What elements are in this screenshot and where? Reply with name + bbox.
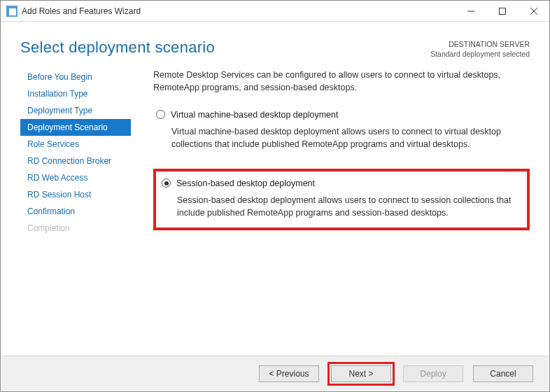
vm-option-header[interactable]: Virtual machine-based desktop deployment bbox=[156, 108, 527, 121]
vm-option-label: Virtual machine-based desktop deployment bbox=[171, 108, 339, 121]
session-option-radio[interactable] bbox=[162, 178, 171, 188]
sidebar-item-deployment-scenario[interactable]: Deployment Scenario bbox=[20, 119, 131, 136]
vm-option-group: Virtual machine-based desktop deployment… bbox=[153, 106, 530, 156]
footer-bar: < Previous Next > Deploy Cancel bbox=[1, 356, 549, 391]
session-option-header[interactable]: Session-based desktop deployment bbox=[162, 177, 521, 190]
cancel-button[interactable]: Cancel bbox=[473, 365, 533, 382]
sidebar-item-rd-connection-broker[interactable]: RD Connection Broker bbox=[20, 153, 131, 169]
vm-option-radio[interactable] bbox=[156, 110, 165, 119]
maximize-button[interactable] bbox=[486, 1, 518, 21]
sidebar-item-completion: Completion bbox=[20, 220, 131, 237]
svg-rect-1 bbox=[499, 8, 505, 14]
previous-button[interactable]: < Previous bbox=[259, 365, 319, 382]
content-area: Before You BeginInstallation TypeDeploym… bbox=[1, 66, 549, 243]
app-icon bbox=[6, 6, 17, 17]
deploy-button: Deploy bbox=[403, 365, 463, 382]
titlebar: Add Roles and Features Wizard bbox=[1, 1, 549, 22]
sidebar-item-role-services[interactable]: Role Services bbox=[20, 136, 131, 153]
next-button[interactable]: Next > bbox=[331, 365, 391, 382]
window-title: Add Roles and Features Wizard bbox=[22, 6, 455, 16]
sidebar-item-installation-type[interactable]: Installation Type bbox=[20, 85, 131, 102]
session-option-label: Session-based desktop deployment bbox=[176, 177, 315, 190]
minimize-button[interactable] bbox=[455, 1, 486, 21]
sidebar-item-deployment-type[interactable]: Deployment Type bbox=[20, 102, 131, 119]
vm-option-description: Virtual machine-based desktop deployment… bbox=[171, 125, 527, 150]
destination-label: DESTINATION SERVER bbox=[430, 40, 530, 50]
close-button[interactable] bbox=[518, 1, 549, 21]
page-title: Select deployment scenario bbox=[20, 38, 215, 57]
intro-text: Remote Desktop Services can be configure… bbox=[153, 69, 530, 94]
main-content: Remote Desktop Services can be configure… bbox=[131, 66, 549, 243]
sidebar-item-rd-web-access[interactable]: RD Web Access bbox=[20, 169, 131, 186]
sidebar-item-rd-session-host[interactable]: RD Session Host bbox=[20, 186, 131, 203]
destination-server-info: DESTINATION SERVER Standard deployment s… bbox=[430, 40, 530, 59]
window-controls bbox=[455, 1, 549, 21]
sidebar-item-confirmation[interactable]: Confirmation bbox=[20, 203, 131, 220]
sidebar-item-before-you-begin[interactable]: Before You Begin bbox=[20, 69, 131, 85]
destination-value: Standard deployment selected bbox=[430, 50, 530, 59]
sidebar-nav: Before You BeginInstallation TypeDeploym… bbox=[20, 69, 131, 243]
header: Select deployment scenario DESTINATION S… bbox=[1, 22, 549, 66]
next-button-highlight: Next > bbox=[327, 362, 395, 386]
session-option-description: Session-based desktop deployment allows … bbox=[177, 194, 521, 219]
session-option-group: Session-based desktop deploymentSession-… bbox=[153, 169, 530, 230]
